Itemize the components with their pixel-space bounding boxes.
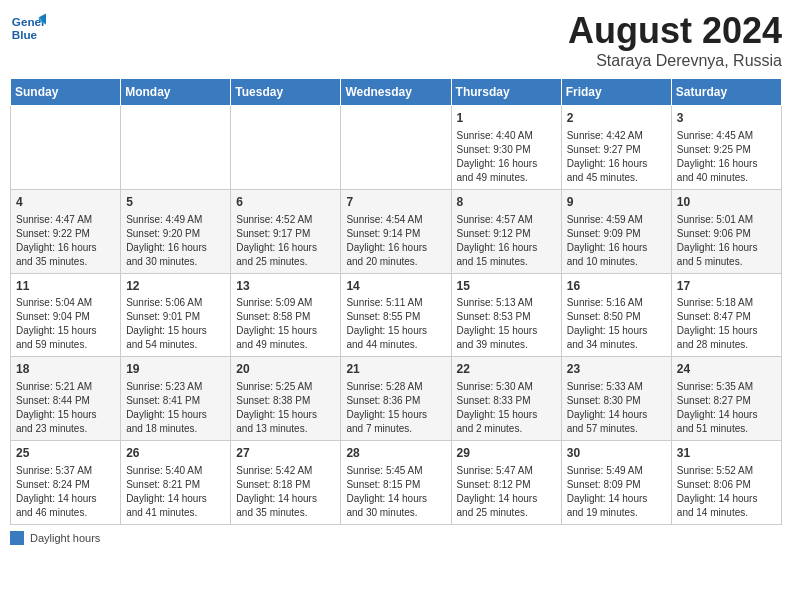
day-info: and 10 minutes. xyxy=(567,255,666,269)
day-info: and 2 minutes. xyxy=(457,422,556,436)
day-header-monday: Monday xyxy=(121,79,231,106)
day-info: Sunset: 9:22 PM xyxy=(16,227,115,241)
calendar-cell: 12Sunrise: 5:06 AMSunset: 9:01 PMDayligh… xyxy=(121,273,231,357)
day-info: Sunrise: 4:47 AM xyxy=(16,213,115,227)
day-info: Sunset: 8:24 PM xyxy=(16,478,115,492)
legend-label: Daylight hours xyxy=(30,532,100,544)
day-info: Sunrise: 5:01 AM xyxy=(677,213,776,227)
day-number: 22 xyxy=(457,361,556,378)
day-info: Sunset: 8:50 PM xyxy=(567,310,666,324)
calendar-cell: 20Sunrise: 5:25 AMSunset: 8:38 PMDayligh… xyxy=(231,357,341,441)
day-info: and 19 minutes. xyxy=(567,506,666,520)
day-info: and 35 minutes. xyxy=(236,506,335,520)
day-info: and 28 minutes. xyxy=(677,338,776,352)
calendar-cell: 11Sunrise: 5:04 AMSunset: 9:04 PMDayligh… xyxy=(11,273,121,357)
logo: General Blue xyxy=(10,10,46,46)
day-number: 25 xyxy=(16,445,115,462)
day-number: 26 xyxy=(126,445,225,462)
day-info: Sunset: 9:04 PM xyxy=(16,310,115,324)
day-number: 4 xyxy=(16,194,115,211)
day-number: 11 xyxy=(16,278,115,295)
svg-text:Blue: Blue xyxy=(12,28,38,41)
header: General Blue August 2024 Staraya Derevny… xyxy=(10,10,782,70)
day-number: 29 xyxy=(457,445,556,462)
day-info: Daylight: 14 hours xyxy=(16,492,115,506)
calendar-cell: 19Sunrise: 5:23 AMSunset: 8:41 PMDayligh… xyxy=(121,357,231,441)
day-number: 1 xyxy=(457,110,556,127)
day-info: Daylight: 15 hours xyxy=(126,324,225,338)
day-info: Sunrise: 4:42 AM xyxy=(567,129,666,143)
day-info: Sunset: 8:12 PM xyxy=(457,478,556,492)
day-info: Daylight: 14 hours xyxy=(677,408,776,422)
day-header-wednesday: Wednesday xyxy=(341,79,451,106)
day-info: and 30 minutes. xyxy=(346,506,445,520)
calendar-cell: 25Sunrise: 5:37 AMSunset: 8:24 PMDayligh… xyxy=(11,441,121,525)
day-info: Sunset: 9:01 PM xyxy=(126,310,225,324)
day-header-saturday: Saturday xyxy=(671,79,781,106)
day-info: Sunset: 8:21 PM xyxy=(126,478,225,492)
day-info: Daylight: 15 hours xyxy=(457,408,556,422)
day-info: Sunset: 8:53 PM xyxy=(457,310,556,324)
day-info: and 40 minutes. xyxy=(677,171,776,185)
calendar-cell: 13Sunrise: 5:09 AMSunset: 8:58 PMDayligh… xyxy=(231,273,341,357)
day-info: Sunset: 9:14 PM xyxy=(346,227,445,241)
day-info: Sunrise: 4:45 AM xyxy=(677,129,776,143)
day-info: and 25 minutes. xyxy=(236,255,335,269)
day-number: 2 xyxy=(567,110,666,127)
week-row-3: 11Sunrise: 5:04 AMSunset: 9:04 PMDayligh… xyxy=(11,273,782,357)
day-info: Sunrise: 5:33 AM xyxy=(567,380,666,394)
day-info: Sunset: 9:25 PM xyxy=(677,143,776,157)
day-info: and 59 minutes. xyxy=(16,338,115,352)
calendar-cell xyxy=(121,106,231,190)
day-info: Daylight: 14 hours xyxy=(236,492,335,506)
day-number: 27 xyxy=(236,445,335,462)
day-info: Sunrise: 5:45 AM xyxy=(346,464,445,478)
day-info: Daylight: 15 hours xyxy=(567,324,666,338)
day-info: and 46 minutes. xyxy=(16,506,115,520)
day-info: and 45 minutes. xyxy=(567,171,666,185)
day-info: Daylight: 16 hours xyxy=(236,241,335,255)
calendar-cell: 8Sunrise: 4:57 AMSunset: 9:12 PMDaylight… xyxy=(451,189,561,273)
day-info: Sunset: 9:12 PM xyxy=(457,227,556,241)
day-number: 23 xyxy=(567,361,666,378)
calendar-table: SundayMondayTuesdayWednesdayThursdayFrid… xyxy=(10,78,782,525)
day-info: Sunrise: 5:49 AM xyxy=(567,464,666,478)
day-number: 30 xyxy=(567,445,666,462)
day-number: 19 xyxy=(126,361,225,378)
calendar-cell: 9Sunrise: 4:59 AMSunset: 9:09 PMDaylight… xyxy=(561,189,671,273)
legend-icon xyxy=(10,531,24,545)
day-number: 17 xyxy=(677,278,776,295)
day-info: Sunrise: 5:16 AM xyxy=(567,296,666,310)
calendar-cell: 15Sunrise: 5:13 AMSunset: 8:53 PMDayligh… xyxy=(451,273,561,357)
calendar-cell: 2Sunrise: 4:42 AMSunset: 9:27 PMDaylight… xyxy=(561,106,671,190)
day-info: Sunrise: 5:13 AM xyxy=(457,296,556,310)
day-header-thursday: Thursday xyxy=(451,79,561,106)
day-info: and 39 minutes. xyxy=(457,338,556,352)
day-number: 9 xyxy=(567,194,666,211)
calendar-cell: 6Sunrise: 4:52 AMSunset: 9:17 PMDaylight… xyxy=(231,189,341,273)
day-number: 12 xyxy=(126,278,225,295)
day-number: 3 xyxy=(677,110,776,127)
day-info: Daylight: 14 hours xyxy=(677,492,776,506)
calendar-cell: 10Sunrise: 5:01 AMSunset: 9:06 PMDayligh… xyxy=(671,189,781,273)
day-info: Sunrise: 5:47 AM xyxy=(457,464,556,478)
calendar-cell: 14Sunrise: 5:11 AMSunset: 8:55 PMDayligh… xyxy=(341,273,451,357)
week-row-2: 4Sunrise: 4:47 AMSunset: 9:22 PMDaylight… xyxy=(11,189,782,273)
page-subtitle: Staraya Derevnya, Russia xyxy=(568,52,782,70)
day-info: Daylight: 15 hours xyxy=(236,408,335,422)
day-number: 15 xyxy=(457,278,556,295)
day-number: 6 xyxy=(236,194,335,211)
calendar-cell: 28Sunrise: 5:45 AMSunset: 8:15 PMDayligh… xyxy=(341,441,451,525)
day-info: Daylight: 14 hours xyxy=(457,492,556,506)
day-number: 31 xyxy=(677,445,776,462)
day-number: 28 xyxy=(346,445,445,462)
day-info: Daylight: 15 hours xyxy=(16,324,115,338)
day-info: and 51 minutes. xyxy=(677,422,776,436)
day-number: 20 xyxy=(236,361,335,378)
day-number: 24 xyxy=(677,361,776,378)
day-info: Sunrise: 5:04 AM xyxy=(16,296,115,310)
calendar-cell: 23Sunrise: 5:33 AMSunset: 8:30 PMDayligh… xyxy=(561,357,671,441)
day-info: Sunrise: 4:40 AM xyxy=(457,129,556,143)
day-info: Sunrise: 4:59 AM xyxy=(567,213,666,227)
day-info: Sunset: 8:58 PM xyxy=(236,310,335,324)
